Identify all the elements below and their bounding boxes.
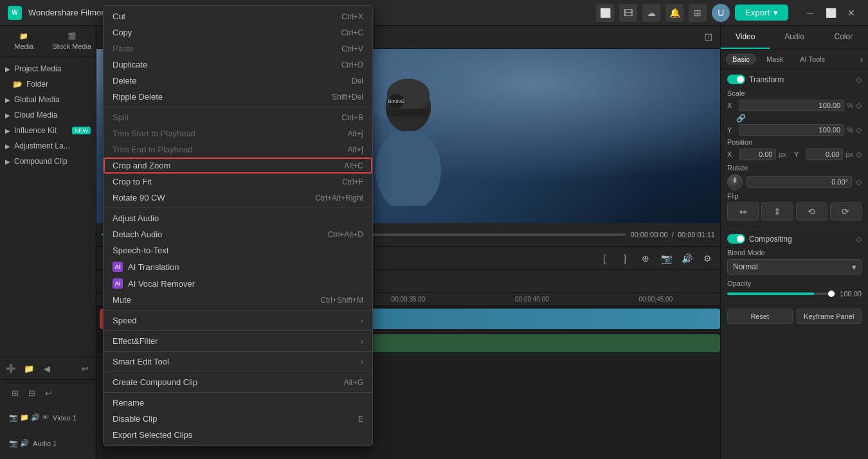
insert-icon[interactable]: ⊕	[638, 251, 653, 266]
grid-icon[interactable]: ⊞	[689, 4, 707, 22]
tab-video[interactable]: Video	[721, 26, 770, 49]
flip-buttons: ⇔ ⇕ ⟲ ⟳	[727, 203, 862, 221]
fullscreen-icon[interactable]: ⊡	[704, 31, 712, 43]
transform-toggle[interactable]	[727, 75, 745, 84]
scale-x-input[interactable]	[739, 100, 844, 111]
scale-y-input[interactable]	[739, 124, 844, 136]
menu-item-delete[interactable]: Delete Del	[104, 73, 372, 89]
menu-item-split[interactable]: Split Ctrl+B	[104, 109, 372, 125]
subtab-mask[interactable]: Mask	[760, 53, 790, 65]
sidebar-item-adjustment[interactable]: ▶ Adjustment La...	[0, 138, 96, 154]
pos-x-input[interactable]	[739, 148, 776, 160]
sidebar-item-compound-clip[interactable]: ▶ Compound Clip	[0, 154, 96, 169]
menu-item-copy[interactable]: Copy Ctrl+C	[104, 24, 372, 40]
sidebar-item-cloud-media[interactable]: ▶ Cloud Media	[0, 107, 96, 123]
subtab-ai-tools[interactable]: AI Tools	[793, 53, 831, 65]
user-avatar[interactable]: U	[712, 4, 730, 22]
mark-in-icon[interactable]: [	[597, 251, 612, 266]
pos-y-input[interactable]	[806, 148, 843, 160]
opacity-slider[interactable]	[727, 292, 836, 295]
audio-icon[interactable]: 🔊	[679, 251, 694, 266]
flip-label: Flip	[727, 192, 862, 200]
subtab-basic[interactable]: Basic	[726, 53, 756, 65]
snapshot-icon[interactable]: 📷	[658, 251, 674, 266]
export-button[interactable]: Export ▾	[735, 4, 788, 21]
mark-out-icon[interactable]: ]	[617, 251, 633, 266]
menu-item-mute[interactable]: Mute Ctrl+Shift+M	[104, 292, 372, 308]
sidebar-tree: ▶ Project Media 📂 Folder ▶ Global Media …	[0, 57, 96, 357]
add-track-icon[interactable]: ⊞	[8, 386, 22, 400]
rotate-reset-icon[interactable]: ◇	[856, 177, 862, 186]
menu-item-trim-start[interactable]: Trim Start to Playhead Alt+[	[104, 125, 372, 141]
bell-icon[interactable]: 🔔	[665, 4, 683, 22]
compositing-reset-icon[interactable]: ◇	[856, 235, 862, 244]
menu-item-speech-to-text[interactable]: Speech-to-Text	[104, 242, 372, 258]
menu-item-create-compound[interactable]: Create Compound Clip Alt+G	[104, 374, 372, 390]
cloud-icon[interactable]: ☁	[642, 4, 660, 22]
close-button[interactable]: ✕	[842, 4, 860, 22]
menu-item-trim-end[interactable]: Trim End to Playhead Alt+]	[104, 141, 372, 158]
menu-item-detach-audio[interactable]: Detach Audio Ctrl+Alt+D	[104, 226, 372, 242]
tab-color[interactable]: Color	[819, 26, 868, 49]
menu-item-crop-zoom[interactable]: Crop and Zoom Alt+C	[104, 158, 372, 174]
position-x-row: X px Y px ◇	[727, 148, 862, 160]
audio-track-label: 📷 🔊 Audio 1	[4, 431, 92, 456]
export-arrow-icon: ▾	[773, 8, 778, 17]
menu-item-rename[interactable]: Rename	[104, 395, 372, 411]
pos-y-label: Y	[794, 150, 803, 158]
eye-icon[interactable]: 👁	[42, 413, 49, 422]
film-icon[interactable]: 🎞	[619, 4, 637, 22]
flip-horizontal-button[interactable]: ⇔	[727, 203, 759, 221]
flip-vertical-button[interactable]: ⇕	[761, 203, 793, 221]
maximize-button[interactable]: ⬜	[822, 4, 840, 22]
sidebar-item-folder[interactable]: 📂 Folder	[0, 76, 96, 92]
blend-mode-select[interactable]: Normal	[727, 259, 862, 274]
menu-item-export-selected[interactable]: Export Selected Clips	[104, 427, 372, 443]
monitor-icon[interactable]: ⬜	[596, 4, 614, 22]
opacity-value: 100.00	[840, 290, 862, 298]
menu-item-ai-translation[interactable]: AI AI Translation	[104, 258, 372, 275]
settings-icon[interactable]: ⚙	[700, 251, 715, 266]
keyframe-panel-button[interactable]: Keyframe Panel	[797, 309, 862, 324]
transform-reset-icon[interactable]: ◇	[856, 75, 862, 84]
undo-timeline-icon[interactable]: ↩	[41, 386, 55, 400]
add-media-icon[interactable]: ➕	[4, 361, 18, 375]
reset-button[interactable]: Reset	[727, 309, 793, 324]
sidebar-tab-media[interactable]: 📁 Media	[0, 26, 48, 57]
flip-h-icon[interactable]: ⟲	[796, 203, 827, 221]
menu-item-disable-clip[interactable]: Disable Clip E	[104, 411, 372, 427]
minimize-button[interactable]: ─	[801, 4, 819, 22]
scale-x-label: X	[727, 102, 736, 109]
undo-icon[interactable]: ↩	[78, 361, 92, 375]
blend-mode-wrapper: Normal	[727, 259, 862, 274]
rotate-knob[interactable]	[727, 174, 743, 190]
sidebar-item-project-media[interactable]: ▶ Project Media	[0, 61, 96, 76]
folder-add-icon[interactable]: 📁	[22, 361, 36, 375]
scale-y-reset-icon[interactable]: ◇	[856, 125, 862, 134]
chevron-icon: ▶	[5, 158, 10, 165]
layer-icon[interactable]: ⊟	[24, 386, 39, 400]
rotate-input[interactable]	[746, 176, 852, 188]
panel-subtabs: Basic Mask AI Tools ›	[721, 50, 868, 69]
menu-item-paste[interactable]: Paste Ctrl+V	[104, 40, 372, 57]
collapse-icon[interactable]: ◀	[40, 361, 54, 375]
menu-item-duplicate[interactable]: Duplicate Ctrl+D	[104, 57, 372, 73]
menu-item-rotate-cw[interactable]: Rotate 90 CW Ctrl+Alt+Right	[104, 190, 372, 206]
menu-item-ripple-delete[interactable]: Ripple Delete Shift+Del	[104, 89, 372, 105]
sidebar-tab-stock[interactable]: 🎬 Stock Media	[48, 26, 96, 57]
menu-item-smart-edit[interactable]: Smart Edit Tool ›	[104, 354, 372, 370]
menu-item-crop-fit[interactable]: Crop to Fit Ctrl+F	[104, 174, 372, 190]
subtab-arrow-icon[interactable]: ›	[860, 55, 863, 64]
scale-x-reset-icon[interactable]: ◇	[856, 101, 862, 110]
tab-audio[interactable]: Audio	[770, 26, 818, 49]
menu-item-adjust-audio[interactable]: Adjust Audio	[104, 210, 372, 226]
sidebar-item-global-media[interactable]: ▶ Global Media	[0, 92, 96, 107]
pos-reset-icon[interactable]: ◇	[856, 150, 862, 159]
flip-v-icon[interactable]: ⟳	[830, 203, 862, 221]
menu-item-ai-vocal[interactable]: AI AI Vocal Remover	[104, 275, 372, 292]
menu-item-speed[interactable]: Speed ›	[104, 312, 372, 328]
compositing-toggle[interactable]	[727, 234, 745, 244]
sidebar-item-influence-kit[interactable]: ▶ Influence Kit NEW	[0, 123, 96, 138]
menu-item-cut[interactable]: Cut Ctrl+X	[104, 8, 372, 24]
menu-item-effect-filter[interactable]: Effect&Filter ›	[104, 333, 372, 349]
